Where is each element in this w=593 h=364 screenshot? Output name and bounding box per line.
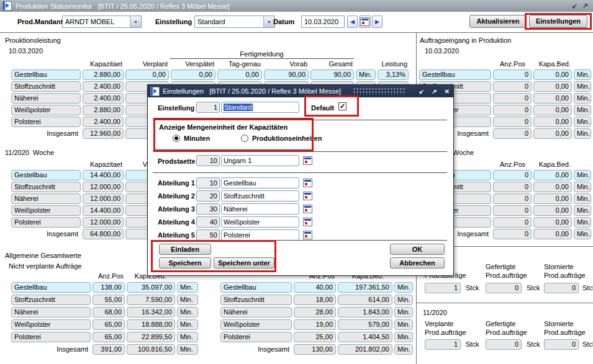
dlg-abteilung3-name[interactable]: Näherei <box>221 203 299 215</box>
cell-kapazitaet[interactable]: 2.400,00 <box>83 117 124 127</box>
dlg-abteilung4-label: Abteilung 4 <box>158 218 195 226</box>
row-label[interactable]: Stoffzuschnitt <box>11 81 81 92</box>
row-label[interactable]: Gestellbau <box>419 69 491 80</box>
dock-down-icon[interactable]: ↙ <box>572 2 577 10</box>
prodauftraege-label: Prod.aufträge <box>425 329 466 336</box>
row-label[interactable]: Weißpolster <box>11 319 91 330</box>
next-icon: ▶ <box>375 19 379 25</box>
dialog-dock-down-icon[interactable]: ↙ <box>419 88 424 95</box>
lookup-icon[interactable] <box>303 231 312 239</box>
cell-kapazitaet[interactable]: 12.000,00 <box>83 193 124 204</box>
calendar-button[interactable] <box>359 16 371 28</box>
lookup-icon[interactable] <box>303 192 312 200</box>
col-kapa-bed: Kapa.Bed. <box>533 60 572 68</box>
row-label[interactable]: Näherei <box>11 307 91 317</box>
dialog-dock-up-icon[interactable]: ↗ <box>432 88 437 95</box>
cell-kapazitaet[interactable]: 14.400,00 <box>83 205 124 216</box>
row-label[interactable]: Polsterei <box>11 217 81 228</box>
row-label[interactable]: Näherei <box>220 307 292 317</box>
stck-unit: Stck <box>466 284 479 291</box>
dialog-drag-handle[interactable] <box>353 87 405 95</box>
prod-mandant-combobox[interactable]: ARNDT MÖBEL ▼ <box>62 16 142 28</box>
date-next-button[interactable]: ▶ <box>372 16 383 28</box>
lookup-icon[interactable] <box>303 218 312 226</box>
selected-text: Standard <box>224 104 253 111</box>
total-label: Insgesamt <box>220 344 292 355</box>
dlg-prodstaette-nr-field[interactable]: 10 <box>196 155 220 166</box>
dlg-abteilung3-nr[interactable]: 30 <box>196 203 220 215</box>
woche-title: 11/2020 Woche <box>5 149 54 156</box>
leistung-date: 10.03.2020 <box>9 47 43 55</box>
einstellung-combobox[interactable]: Standard ▼ <box>194 16 275 28</box>
dlg-abteilung5-name[interactable]: Polsterei <box>221 229 299 241</box>
row-label[interactable]: Weißpolster <box>220 319 292 330</box>
aktualisieren-button[interactable]: Aktualisieren <box>469 15 527 28</box>
calendar-icon <box>360 17 369 26</box>
lookup-icon[interactable] <box>303 156 312 165</box>
lookup-icon[interactable] <box>303 205 312 213</box>
row-label[interactable]: Näherei <box>11 193 81 204</box>
abbrechen-button[interactable]: Abbrechen <box>390 257 445 269</box>
cell-verplant[interactable]: 0,00 <box>125 69 169 80</box>
dlg-abteilung2-name[interactable]: Stoffzuschnitt <box>221 190 299 202</box>
cell-vorab[interactable]: 90,00 <box>264 69 309 80</box>
total-kapazitaet: 12.960,00 <box>83 128 124 139</box>
produktion-statusmonitor-window: Produktion Statusmonitor [BTIT / 25.05.2… <box>0 0 593 364</box>
dlg-einstellung-name-field[interactable]: Standard <box>221 102 299 113</box>
row-label[interactable]: Polsterei <box>11 332 91 342</box>
col-vorab: Vorab <box>264 60 309 68</box>
cell-kapazitaet[interactable]: 12.000,00 <box>83 217 124 228</box>
dialog-titlebar[interactable]: Einstellungen [BTIT / 25.05.2020 / Refle… <box>148 85 453 97</box>
cell-kapazitaet[interactable]: 2.880,00 <box>83 69 124 80</box>
total-kapazitaet: 64.800,00 <box>83 229 124 239</box>
dlg-prodstaette-name-field[interactable]: Ungarn 1 <box>221 155 299 166</box>
dlg-abteilung5-nr[interactable]: 50 <box>196 229 220 241</box>
col-kapa-bed: Kapa.Bed. <box>533 160 572 169</box>
row-label[interactable]: Stoffzuschnitt <box>11 295 91 305</box>
annotation-box-default <box>304 95 359 117</box>
cell-kapazitaet[interactable]: 2.400,00 <box>83 81 124 92</box>
row-label[interactable]: Gestellbau <box>11 282 91 293</box>
toolbar-divider <box>0 32 593 33</box>
row-label[interactable]: Gestellbau <box>220 282 292 293</box>
gefertigte-label-1: Gefertigte <box>486 263 515 270</box>
verplante-value: 1 <box>425 339 461 350</box>
dock-up-icon[interactable]: ↗ <box>582 2 588 10</box>
dlg-abteilung1-name[interactable]: Gestellbau <box>221 177 299 189</box>
dlg-abteilung4-nr[interactable]: 40 <box>196 216 220 228</box>
cell-gesamt[interactable]: 90,00 <box>310 69 354 80</box>
datum-input[interactable]: 10.03.2020 <box>301 16 345 28</box>
ok-button[interactable]: OK <box>390 244 445 255</box>
row-label[interactable]: Gestellbau <box>11 170 81 180</box>
prodauftraege-label: Prod.aufträge <box>544 272 586 279</box>
row-label[interactable]: Polsterei <box>11 117 81 127</box>
row-label[interactable]: Stoffzuschnitt <box>220 295 292 305</box>
dlg-einstellung-nr-field[interactable]: 1 <box>196 102 220 113</box>
row-label[interactable]: Polsterei <box>220 332 292 342</box>
cell-kapazitaet[interactable]: 2.880,00 <box>83 105 124 115</box>
dialog-separator <box>153 172 447 173</box>
date-prev-button[interactable]: ◀ <box>347 16 358 28</box>
dlg-abteilung1-nr[interactable]: 10 <box>196 177 220 189</box>
row-label[interactable]: Weißpolster <box>11 205 81 216</box>
cell-unit[interactable]: Min. <box>356 69 376 80</box>
dialog-close-icon[interactable]: ✕ <box>445 88 450 95</box>
cell-kapazitaet[interactable]: 14.400,00 <box>83 170 124 180</box>
cell-leistung[interactable]: 3,13% <box>378 69 409 80</box>
row-label[interactable]: Stoffzuschnitt <box>11 182 81 192</box>
chevron-down-icon[interactable]: ▼ <box>130 16 141 27</box>
cell-kapazitaet[interactable]: 12.000,00 <box>83 182 124 192</box>
prod-mandant-label: Prod.Mandant <box>17 18 63 25</box>
cell-verspaetet[interactable]: 0,00 <box>171 69 215 80</box>
total-label: Insgesamt <box>11 344 91 355</box>
cell-tag-genau[interactable]: 0,00 <box>217 69 262 80</box>
cell-kapazitaet[interactable]: 2.400,00 <box>83 93 124 104</box>
main-titlebar[interactable]: Produktion Statusmonitor [BTIT / 25.05.2… <box>0 0 593 12</box>
dlg-abteilung2-nr[interactable]: 20 <box>196 190 220 202</box>
row-label[interactable]: Gestellbau <box>11 69 81 80</box>
lookup-icon[interactable] <box>303 179 312 187</box>
row-label[interactable]: Weißpolster <box>11 105 81 115</box>
row-label[interactable]: Näherei <box>11 93 81 104</box>
col-tag-genau: Tag-genau <box>217 60 262 68</box>
dlg-abteilung4-name[interactable]: Weißpolster <box>221 216 299 228</box>
